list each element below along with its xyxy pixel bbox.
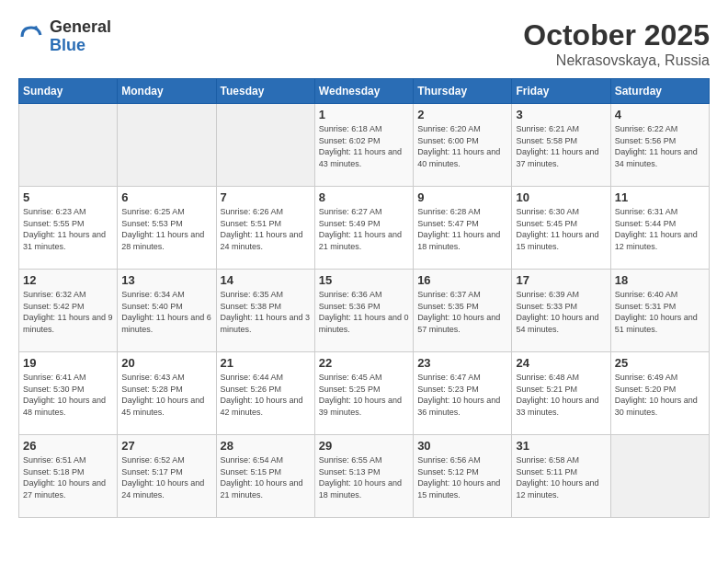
day-detail: Sunrise: 6:44 AMSunset: 5:26 PMDaylight:… [221, 372, 311, 418]
day-number: 5 [23, 190, 113, 204]
day-detail: Sunrise: 6:32 AMSunset: 5:42 PMDaylight:… [23, 289, 113, 335]
day-number: 28 [221, 439, 311, 453]
calendar-cell: 23Sunrise: 6:47 AMSunset: 5:23 PMDayligh… [414, 352, 512, 435]
weekday-header: Saturday [610, 79, 709, 104]
calendar-cell: 1Sunrise: 6:18 AMSunset: 6:02 PMDaylight… [314, 104, 413, 187]
calendar-cell: 6Sunrise: 6:25 AMSunset: 5:53 PMDaylight… [118, 187, 216, 270]
day-number: 26 [23, 439, 113, 453]
day-number: 13 [121, 273, 211, 287]
day-detail: Sunrise: 6:45 AMSunset: 5:25 PMDaylight:… [319, 372, 409, 418]
day-detail: Sunrise: 6:36 AMSunset: 5:36 PMDaylight:… [319, 289, 409, 335]
day-number: 25 [615, 356, 705, 370]
weekday-header: Tuesday [216, 79, 314, 104]
calendar-cell [610, 435, 709, 518]
day-number: 17 [516, 273, 606, 287]
day-number: 9 [417, 190, 507, 204]
page-header: General Blue October 2025 Nekrasovskaya,… [18, 18, 710, 69]
logo: General Blue [18, 18, 111, 55]
calendar-cell: 3Sunrise: 6:21 AMSunset: 5:58 PMDaylight… [512, 104, 610, 187]
calendar-week-row: 19Sunrise: 6:41 AMSunset: 5:30 PMDayligh… [19, 352, 710, 435]
day-detail: Sunrise: 6:20 AMSunset: 6:00 PMDaylight:… [417, 123, 507, 169]
day-detail: Sunrise: 6:25 AMSunset: 5:53 PMDaylight:… [121, 206, 211, 252]
day-detail: Sunrise: 6:35 AMSunset: 5:38 PMDaylight:… [221, 289, 311, 335]
day-number: 8 [319, 190, 409, 204]
day-number: 20 [121, 356, 211, 370]
day-number: 30 [417, 439, 507, 453]
calendar-cell: 2Sunrise: 6:20 AMSunset: 6:00 PMDaylight… [414, 104, 512, 187]
day-number: 14 [221, 273, 311, 287]
day-number: 7 [221, 190, 311, 204]
day-number: 19 [23, 356, 113, 370]
calendar-week-row: 12Sunrise: 6:32 AMSunset: 5:42 PMDayligh… [19, 270, 710, 352]
calendar-cell: 13Sunrise: 6:34 AMSunset: 5:40 PMDayligh… [118, 270, 216, 352]
day-number: 21 [221, 356, 311, 370]
weekday-header: Thursday [414, 79, 512, 104]
calendar-cell: 10Sunrise: 6:30 AMSunset: 5:45 PMDayligh… [512, 187, 610, 270]
calendar-cell: 15Sunrise: 6:36 AMSunset: 5:36 PMDayligh… [314, 270, 413, 352]
calendar-cell: 30Sunrise: 6:56 AMSunset: 5:12 PMDayligh… [414, 435, 512, 518]
calendar-cell: 17Sunrise: 6:39 AMSunset: 5:33 PMDayligh… [512, 270, 610, 352]
calendar-cell: 18Sunrise: 6:40 AMSunset: 5:31 PMDayligh… [610, 270, 709, 352]
title-block: October 2025 Nekrasovskaya, Russia [523, 18, 710, 69]
calendar-week-row: 5Sunrise: 6:23 AMSunset: 5:55 PMDaylight… [19, 187, 710, 270]
day-detail: Sunrise: 6:34 AMSunset: 5:40 PMDaylight:… [121, 289, 211, 335]
calendar-cell: 26Sunrise: 6:51 AMSunset: 5:18 PMDayligh… [19, 435, 118, 518]
calendar-cell: 29Sunrise: 6:55 AMSunset: 5:13 PMDayligh… [314, 435, 413, 518]
day-number: 29 [319, 439, 409, 453]
day-number: 4 [615, 108, 705, 121]
day-detail: Sunrise: 6:55 AMSunset: 5:13 PMDaylight:… [319, 454, 409, 500]
day-detail: Sunrise: 6:51 AMSunset: 5:18 PMDaylight:… [23, 454, 113, 500]
day-detail: Sunrise: 6:56 AMSunset: 5:12 PMDaylight:… [417, 454, 507, 500]
day-detail: Sunrise: 6:21 AMSunset: 5:58 PMDaylight:… [516, 123, 606, 169]
weekday-header: Friday [512, 79, 610, 104]
calendar-cell: 20Sunrise: 6:43 AMSunset: 5:28 PMDayligh… [118, 352, 216, 435]
calendar-cell: 9Sunrise: 6:28 AMSunset: 5:47 PMDaylight… [414, 187, 512, 270]
calendar-cell: 28Sunrise: 6:54 AMSunset: 5:15 PMDayligh… [216, 435, 314, 518]
calendar-cell: 4Sunrise: 6:22 AMSunset: 5:56 PMDaylight… [610, 104, 709, 187]
day-detail: Sunrise: 6:43 AMSunset: 5:28 PMDaylight:… [121, 372, 211, 418]
calendar-cell: 31Sunrise: 6:58 AMSunset: 5:11 PMDayligh… [512, 435, 610, 518]
calendar-cell: 24Sunrise: 6:48 AMSunset: 5:21 PMDayligh… [512, 352, 610, 435]
calendar-cell: 25Sunrise: 6:49 AMSunset: 5:20 PMDayligh… [610, 352, 709, 435]
day-number: 24 [516, 356, 606, 370]
calendar-cell: 21Sunrise: 6:44 AMSunset: 5:26 PMDayligh… [216, 352, 314, 435]
weekday-header: Wednesday [314, 79, 413, 104]
day-number: 31 [516, 439, 606, 453]
weekday-header: Monday [118, 79, 216, 104]
calendar-week-row: 1Sunrise: 6:18 AMSunset: 6:02 PMDaylight… [19, 104, 710, 187]
day-detail: Sunrise: 6:54 AMSunset: 5:15 PMDaylight:… [221, 454, 311, 500]
calendar-week-row: 26Sunrise: 6:51 AMSunset: 5:18 PMDayligh… [19, 435, 710, 518]
day-detail: Sunrise: 6:40 AMSunset: 5:31 PMDaylight:… [615, 289, 705, 335]
calendar-cell [118, 104, 216, 187]
day-detail: Sunrise: 6:31 AMSunset: 5:44 PMDaylight:… [615, 206, 705, 252]
day-number: 2 [417, 108, 507, 121]
calendar-cell: 22Sunrise: 6:45 AMSunset: 5:25 PMDayligh… [314, 352, 413, 435]
day-detail: Sunrise: 6:48 AMSunset: 5:21 PMDaylight:… [516, 372, 606, 418]
day-detail: Sunrise: 6:30 AMSunset: 5:45 PMDaylight:… [516, 206, 606, 252]
day-number: 16 [417, 273, 507, 287]
day-detail: Sunrise: 6:52 AMSunset: 5:17 PMDaylight:… [121, 454, 211, 500]
day-detail: Sunrise: 6:47 AMSunset: 5:23 PMDaylight:… [417, 372, 507, 418]
calendar-cell [19, 104, 118, 187]
calendar-cell: 7Sunrise: 6:26 AMSunset: 5:51 PMDaylight… [216, 187, 314, 270]
calendar-cell: 5Sunrise: 6:23 AMSunset: 5:55 PMDaylight… [19, 187, 118, 270]
logo-icon [18, 24, 44, 50]
weekday-header: Sunday [19, 79, 118, 104]
day-detail: Sunrise: 6:39 AMSunset: 5:33 PMDaylight:… [516, 289, 606, 335]
calendar-cell [216, 104, 314, 187]
calendar-cell: 11Sunrise: 6:31 AMSunset: 5:44 PMDayligh… [610, 187, 709, 270]
day-number: 18 [615, 273, 705, 287]
day-detail: Sunrise: 6:49 AMSunset: 5:20 PMDaylight:… [615, 372, 705, 418]
day-detail: Sunrise: 6:58 AMSunset: 5:11 PMDaylight:… [516, 454, 606, 500]
logo-text: General Blue [50, 18, 111, 55]
calendar-cell: 27Sunrise: 6:52 AMSunset: 5:17 PMDayligh… [118, 435, 216, 518]
calendar-cell: 12Sunrise: 6:32 AMSunset: 5:42 PMDayligh… [19, 270, 118, 352]
calendar-cell: 14Sunrise: 6:35 AMSunset: 5:38 PMDayligh… [216, 270, 314, 352]
calendar-cell: 8Sunrise: 6:27 AMSunset: 5:49 PMDaylight… [314, 187, 413, 270]
logo-blue: Blue [50, 37, 111, 55]
day-detail: Sunrise: 6:28 AMSunset: 5:47 PMDaylight:… [417, 206, 507, 252]
day-number: 6 [121, 190, 211, 204]
calendar-cell: 19Sunrise: 6:41 AMSunset: 5:30 PMDayligh… [19, 352, 118, 435]
calendar-title: October 2025 [523, 18, 710, 52]
day-number: 1 [319, 108, 409, 121]
